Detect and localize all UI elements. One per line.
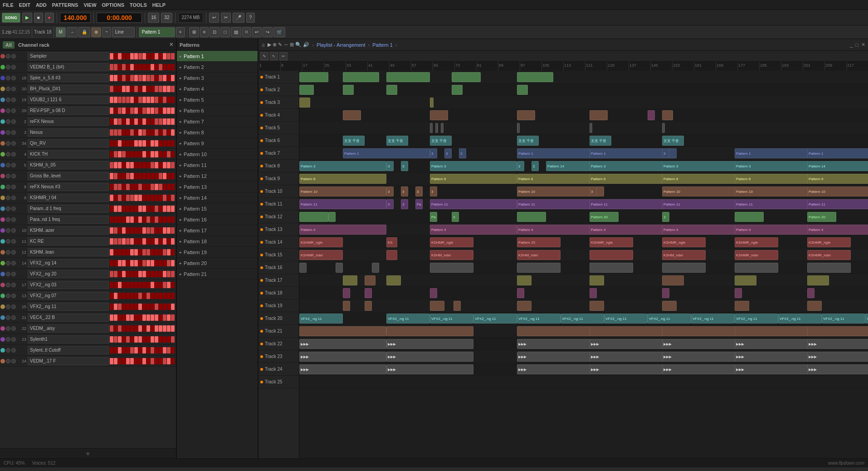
view-btn8[interactable]: ↪ [263,27,273,37]
block-t7-b3[interactable]: Pattern 3 [430,161,517,171]
block-t16-b5[interactable] [662,275,684,285]
ch-mute-6[interactable] [6,119,10,124]
block-t12-b0[interactable]: Pattern 4 [299,225,386,235]
ch-name-10[interactable]: KSHM_h_05 [28,161,109,169]
ch-name-27[interactable]: Sylent..tl Cutoff [28,346,109,354]
ch-power-20[interactable] [0,272,5,276]
track-label-13[interactable]: Track 14 [258,236,299,249]
track-row-23[interactable]: ▶▶▶▶▶▶▶▶▶▶▶▶▶▶▶▶▶▶▶▶▶▶▶▶ [299,363,868,376]
block-t5-b4[interactable]: 文支 千音 [590,136,611,146]
ch-power-17[interactable] [0,239,5,244]
block-t13-b2[interactable]: KSHMR_ngle [430,237,473,247]
ch-solo-14[interactable] [11,206,16,211]
track-row-2[interactable] [299,96,868,109]
block-t9-b4[interactable]: 3 [430,186,437,196]
block-t14-b6[interactable]: KSHMR_nder [735,250,778,260]
block-t0-b0[interactable] [299,72,328,82]
track-label-9[interactable]: Track 10 [258,185,299,198]
block-t4-b2[interactable] [441,123,444,133]
block-t22-b6[interactable]: ▶▶▶ [807,352,868,362]
block-t10-b0[interactable]: Pattern 11 [299,199,386,209]
pattern-item-12[interactable]: ▸Pattern 13 [177,182,258,192]
menu-options[interactable]: OPTIONS [102,2,125,8]
channel-row[interactable]: 22 VEDM_.aisy [0,323,176,334]
ch-name-20[interactable]: VFX2_.ng 20 [28,270,109,278]
ch-solo-24[interactable] [11,315,16,320]
block-t18-b3[interactable] [454,301,461,311]
ch-power-26[interactable] [0,337,5,342]
track-label-14[interactable]: Track 15 [258,249,299,261]
view-btn3[interactable]: ⊡ [210,27,219,37]
pattern-item-19[interactable]: ▸Pattern 20 [177,258,258,269]
block-t5-b1[interactable]: 文支 千音 [386,136,408,146]
channel-row[interactable]: Gross Be..level [0,171,176,182]
block-t2-b1[interactable] [430,98,434,108]
block-t20-b6[interactable] [807,326,868,336]
ch-name-25[interactable]: VEDM_.aisy [28,324,109,333]
block-t8-b1[interactable]: Pattern 6 [430,174,517,184]
track-label-12[interactable]: Track 13 [258,223,299,236]
ch-power-18[interactable] [0,250,5,255]
block-t22-b0[interactable]: ▶▶▶ [299,352,386,362]
pattern-name-btn[interactable]: Pattern 1 [139,27,175,37]
ch-name-17[interactable]: KC RE [28,237,109,245]
block-t19-b0[interactable]: VFX2_.ng 11 [299,314,343,324]
steps-32-btn[interactable]: 32 [161,13,172,23]
pattern-item-14[interactable]: ▸Pattern 15 [177,203,258,214]
channel-row[interactable]: Sampler [0,51,176,62]
block-t13-b6[interactable]: KSHMR_ngle [735,237,778,247]
block-t13-b3[interactable]: Pattern 15 [517,237,561,247]
block-t18-b1[interactable] [365,301,372,311]
ch-power-23[interactable] [0,304,5,309]
ch-power-6[interactable] [0,119,5,124]
block-t17-b5[interactable] [662,288,669,298]
block-t16-b6[interactable] [735,275,756,285]
block-t14-b3[interactable]: KSHM_nder [517,250,561,260]
ch-name-16[interactable]: KSHM..azer [28,226,109,235]
block-t3-b4[interactable] [648,110,655,120]
block-t11-b0[interactable] [299,212,328,222]
ch-mute-27[interactable] [6,348,10,353]
block-t19-b12[interactable]: VFX2_.ng 11 [865,314,868,324]
track-label-6[interactable]: Track 7 [258,147,299,160]
ch-name-18[interactable]: KSHM..lean [28,248,109,256]
add-channel-btn[interactable]: + [0,448,176,458]
track-label-16[interactable]: Track 17 [258,274,299,287]
close-channel-rack-btn[interactable]: ✕ [169,42,173,48]
channel-row[interactable]: 2 reFX Nexus [0,116,176,127]
block-t15-b6[interactable] [662,263,706,273]
ch-mute-23[interactable] [6,304,10,309]
block-t14-b1[interactable] [386,250,397,260]
block-t11-b1[interactable] [328,212,336,222]
ch-name-22[interactable]: VFX2_.ng 07 [28,292,109,300]
arrow-tool-btn[interactable]: → [67,27,78,37]
channel-row[interactable]: 14 VFX2_.ng 14 [0,258,176,269]
channel-row[interactable]: 9 KSHMR_I 04 [0,192,176,203]
ch-name-11[interactable]: Gross Be..level [28,172,109,180]
ch-solo-26[interactable] [11,337,16,342]
ch-power-8[interactable] [0,141,5,146]
block-t16-b3[interactable] [517,275,532,285]
undo-btn[interactable]: ↩ [209,13,219,23]
block-t6-b8[interactable]: Pattern 1 [807,148,868,158]
ch-power-5[interactable] [0,108,5,113]
ch-mute-0[interactable] [6,54,10,59]
ch-mute-28[interactable] [6,359,10,363]
track-label-23[interactable]: Track 24 [258,363,299,376]
menu-patterns[interactable]: PATTERNS [52,2,78,8]
track-row-24[interactable] [299,376,868,388]
ch-solo-18[interactable] [11,250,16,255]
ch-name-12[interactable]: reFX Nexus #3 [28,183,109,191]
ch-mute-18[interactable] [6,250,10,255]
ch-mute-25[interactable] [6,326,10,331]
block-t0-b3[interactable] [452,72,481,82]
ch-mute-24[interactable] [6,315,10,320]
ch-power-7[interactable] [0,130,5,135]
pattern-item-6[interactable]: ▸Pattern 7 [177,116,258,127]
ch-mute-16[interactable] [6,228,10,233]
track-row-9[interactable]: Pattern 103333Pattern 103Pattern 10Patte… [299,185,868,198]
block-t17-b3[interactable] [517,288,524,298]
block-t16-b0[interactable] [343,275,357,285]
block-t19-b1[interactable]: VFX2_.ng 11 [386,314,430,324]
ch-mute-12[interactable] [6,185,10,189]
